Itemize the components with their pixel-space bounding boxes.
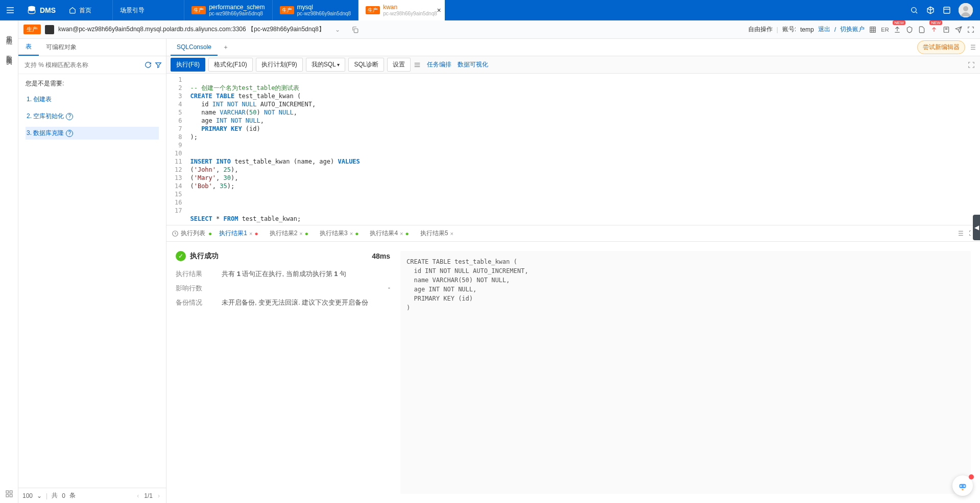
page-size[interactable]: 100 (22, 492, 33, 499)
tab-tables[interactable]: 表 (18, 39, 39, 56)
close-icon[interactable]: × (299, 231, 302, 237)
refresh-icon[interactable] (145, 61, 152, 68)
task-link[interactable]: 任务编排 (427, 60, 451, 69)
history-button[interactable]: 执行列表 (172, 229, 205, 238)
shield-icon[interactable] (905, 26, 914, 34)
opt-clone[interactable]: 3. 数据库克隆? (26, 127, 159, 140)
logout-link[interactable]: 退出 (818, 25, 830, 34)
book-icon[interactable] (942, 26, 950, 34)
tab-programmable[interactable]: 可编程对象 (39, 39, 84, 56)
menu-icon[interactable]: ☰ (970, 44, 976, 51)
sidebar-footer: 100⌄ | 共 0 条 ‹ 1/1 › (18, 488, 166, 503)
upload-icon[interactable]: NEW (930, 26, 938, 34)
tab-scene[interactable]: 场景引导 (113, 0, 184, 20)
plan-button[interactable]: 执行计划(F9) (256, 58, 303, 72)
count-prefix: 共 (52, 491, 58, 500)
tab-sub: pc-wz98h66y9ain5dnq8 (383, 11, 437, 17)
search-input[interactable] (22, 59, 141, 71)
add-tab-button[interactable]: ＋ (218, 43, 234, 52)
tab-home[interactable]: 首页 (62, 0, 113, 20)
opt-init-empty[interactable]: 2. 空库初始化? (26, 110, 159, 123)
breadcrumb-text: kwan@pc-wz98h66y9ain5dnq8.mysql.polardb.… (58, 25, 325, 34)
rail-db-instance[interactable]: 数据库实例 (5, 50, 13, 55)
chevron-down-icon[interactable]: ⌄ (331, 26, 344, 33)
close-icon[interactable]: × (437, 6, 441, 14)
hamburger-icon (6, 6, 15, 15)
bot-icon (956, 479, 969, 492)
svg-point-15 (960, 485, 962, 487)
env-badge: 生产 (23, 25, 41, 34)
cube-icon[interactable] (926, 6, 935, 15)
results-area: 执行列表 ● 执行结果1×● 执行结果2×● 执行结果3×● 执行结果4×● 执… (166, 225, 980, 503)
chevron-down-icon[interactable]: ⌄ (37, 492, 42, 499)
rail-grid-icon[interactable] (5, 490, 13, 498)
result-tab-4[interactable]: 执行结果4×● (366, 229, 413, 238)
help-icon[interactable]: ? (66, 130, 73, 137)
menu-button[interactable] (0, 0, 20, 20)
filter-icon[interactable] (155, 61, 162, 68)
result-tab-2[interactable]: 执行结果2×● (266, 229, 313, 238)
new-badge: NEW (929, 20, 942, 25)
result-tab-1[interactable]: 执行结果1×● (215, 229, 262, 238)
breadcrumb: 生产 kwan@pc-wz98h66y9ain5dnq8.mysql.polar… (18, 20, 980, 39)
settings-button[interactable]: 设置 (387, 58, 411, 72)
tab-sqlconsole[interactable]: SQLConsole (171, 39, 218, 56)
next-page[interactable]: › (156, 492, 162, 499)
line-gutter: 1234567891011121314151617 (166, 74, 186, 225)
result-sql-echo: CREATE TABLE test_table_kwan ( id INT NO… (400, 251, 971, 494)
tab-kwan[interactable]: 生产 kwan pc-wz98h66y9ain5dnq8 × (358, 0, 445, 20)
svg-point-4 (963, 6, 968, 11)
copy-icon[interactable] (348, 26, 362, 33)
grid-icon[interactable] (869, 26, 877, 34)
env-badge: 生产 (280, 6, 294, 14)
tab-mysql[interactable]: 生产 mysql pc-wz98h66y9ain5dnq8 (273, 0, 359, 20)
diag-button[interactable]: SQL诊断 (348, 58, 384, 72)
switch-account-link[interactable]: 切换账户 (840, 25, 865, 34)
export-icon[interactable]: NEW (893, 26, 901, 34)
viz-link[interactable]: 数据可视化 (458, 60, 488, 69)
result-tab-5[interactable]: 执行结果5× (416, 229, 458, 238)
result-status: ✓ 执行成功 48ms (176, 251, 390, 261)
env-badge: 生产 (366, 6, 380, 14)
svg-rect-5 (6, 491, 9, 493)
tab-home-label: 首页 (79, 6, 91, 15)
avatar[interactable] (959, 3, 973, 17)
result-tab-3[interactable]: 执行结果3×● (316, 229, 363, 238)
brand-text: DMS (40, 6, 56, 14)
editor-tabs: SQLConsole ＋ 尝试新编辑器 ☰ (166, 39, 980, 56)
search-icon[interactable] (910, 6, 919, 15)
sidebar-hint: 您是不是需要: (26, 79, 159, 88)
side-drawer-handle[interactable]: ◀ (973, 215, 980, 240)
close-icon[interactable]: × (400, 231, 403, 237)
close-icon[interactable]: × (350, 231, 353, 237)
breadcrumb-right: 自由操作 | 账号: temp 退出 / 切换账户 ER NEW NEW (748, 25, 975, 34)
status-ok-icon: ● (208, 230, 212, 237)
try-new-editor-button[interactable]: 尝试新编辑器 (917, 40, 965, 54)
code-editor[interactable]: 1234567891011121314151617 -- 创建一个名为test_… (166, 74, 980, 225)
db-engine-icon (45, 25, 54, 34)
list-icon[interactable]: ☰ (958, 230, 964, 237)
opt-create-table[interactable]: 1. 创建表 (26, 93, 159, 106)
run-button[interactable]: 执行(F8) (171, 58, 205, 72)
mysql-button[interactable]: 我的SQL (306, 58, 346, 72)
help-icon[interactable]: ? (66, 113, 73, 120)
code-body[interactable]: -- 创建一个名为test_table的测试表 CREATE TABLE tes… (186, 74, 980, 225)
er-icon[interactable]: ER (881, 26, 889, 34)
chatbot-widget[interactable] (952, 475, 973, 496)
sql-toolbar: 执行(F8) 格式化(F10) 执行计划(F9) 我的SQL SQL诊断 设置 … (166, 56, 980, 74)
close-icon[interactable]: × (249, 231, 252, 237)
box-icon[interactable] (942, 6, 951, 15)
success-icon: ✓ (176, 251, 186, 261)
send-icon[interactable] (954, 26, 963, 34)
top-header: DMS 首页 场景引导 生产 performance_schem pc-wz98… (0, 0, 980, 20)
new-badge: NEW (893, 20, 905, 25)
fullscreen-icon[interactable] (967, 26, 975, 34)
close-icon[interactable]: × (450, 231, 453, 237)
tab-perf-schema[interactable]: 生产 performance_schem pc-wz98h66y9ain5dnq… (184, 0, 272, 20)
doc-icon[interactable] (918, 26, 926, 34)
expand-icon[interactable] (968, 61, 975, 68)
rail-common[interactable]: 常用功能 (5, 31, 13, 35)
prev-page[interactable]: ‹ (135, 492, 141, 499)
format-button[interactable]: 格式化(F10) (208, 58, 253, 72)
setting-bars-icon[interactable] (414, 61, 421, 68)
